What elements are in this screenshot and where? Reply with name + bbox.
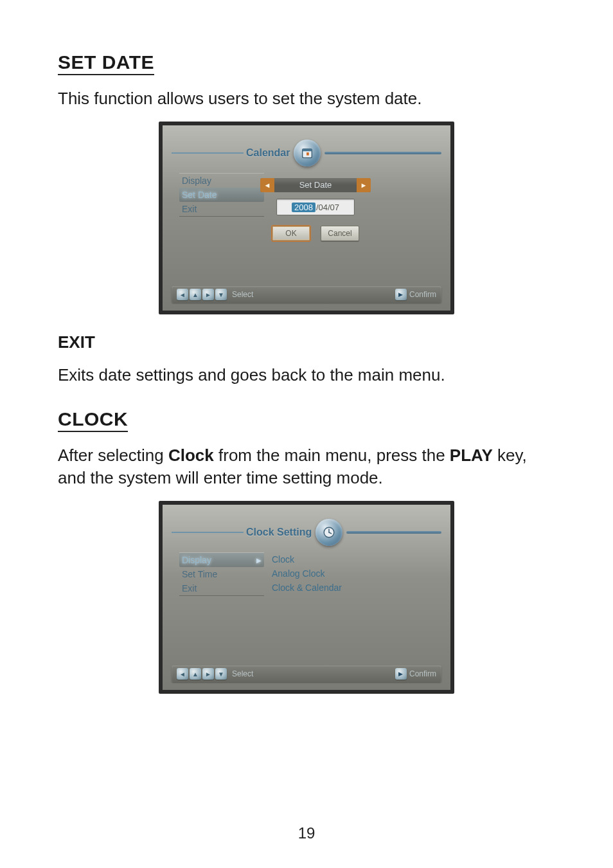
left-key-icon: ◄ <box>177 668 188 680</box>
calendar-header-title: Calendar <box>246 147 290 159</box>
clock-menu-item-exit[interactable]: Exit <box>179 581 264 595</box>
clock-icon <box>315 519 342 546</box>
clock-menu-item-exit-label: Exit <box>182 583 197 593</box>
cancel-button[interactable]: Cancel <box>321 226 359 241</box>
clock-footer-confirm-label: Confirm <box>409 669 436 678</box>
clock-menu-item-set-time-label: Set Time <box>182 569 217 579</box>
clock-footer: ◄ ▲ ► ▼ Select ▶ Confirm <box>172 665 441 682</box>
clock-menu: Display ▶ Set Time Exit <box>179 552 264 596</box>
screenshot-calendar: Calendar Display Set Date <box>159 122 454 314</box>
clock-menu-item-set-time[interactable]: Set Time <box>179 567 264 581</box>
menu-item-set-date-label: Set Date <box>182 190 217 200</box>
menu-item-exit[interactable]: Exit <box>179 202 264 216</box>
calendar-menu: Display Set Date Exit <box>179 173 264 217</box>
screenshot-clock: Clock Setting Display ▶ Set Time <box>159 501 454 694</box>
calendar-header: Calendar <box>163 140 450 167</box>
up-key-icon: ▲ <box>190 668 201 680</box>
heading-exit: EXIT <box>58 332 555 352</box>
clock-body-bold2: PLAY <box>450 446 493 465</box>
header-line-right <box>324 152 441 154</box>
right-key-icon: ► <box>202 289 214 300</box>
clock-body-mid: from the main menu, press the <box>214 446 450 465</box>
submenu-item-clock-calendar[interactable]: Clock & Calendar <box>271 581 367 595</box>
clock-header-line-right <box>346 531 441 534</box>
set-date-dialog-title-bar: ◄ Set Date ► <box>260 178 371 192</box>
calendar-icon-svg <box>300 146 314 160</box>
submenu-item-clock[interactable]: Clock <box>271 552 367 566</box>
menu-item-display-label: Display <box>182 176 211 186</box>
set-date-body: This function allows users to set the sy… <box>58 87 555 110</box>
play-key-icon: ▶ <box>395 668 407 680</box>
clock-body-bold1: Clock <box>168 446 214 465</box>
clock-header-line-left <box>172 532 244 533</box>
clock-body: After selecting Clock from the main menu… <box>58 444 555 489</box>
chevron-right-icon: ▶ <box>256 557 262 564</box>
play-key-icon: ▶ <box>395 289 407 300</box>
submenu-item-analog-clock[interactable]: Analog Clock <box>271 566 367 581</box>
clock-menu-item-display-label: Display <box>182 555 211 565</box>
set-date-dialog-title: Set Date <box>299 180 332 190</box>
footer-select-label: Select <box>232 290 253 299</box>
dialog-next-arrow-icon[interactable]: ► <box>357 178 371 192</box>
date-input-rest: /04/07 <box>316 203 339 212</box>
date-input-year: 2008 <box>292 203 315 212</box>
header-line-left <box>172 152 244 154</box>
dialog-button-row: OK Cancel <box>260 226 371 241</box>
clock-footer-select-label: Select <box>232 669 253 678</box>
calendar-footer: ◄ ▲ ► ▼ Select ▶ Confirm <box>172 286 441 303</box>
clock-icon-svg <box>322 525 336 539</box>
screenshot-calendar-inner: Calendar Display Set Date <box>163 125 450 311</box>
exit-body: Exits date settings and goes back to the… <box>58 364 555 386</box>
heading-set-date: SET DATE <box>58 51 555 73</box>
dialog-prev-arrow-icon[interactable]: ◄ <box>260 178 274 192</box>
clock-header: Clock Setting <box>163 519 450 546</box>
footer-confirm-label: Confirm <box>409 290 436 299</box>
clock-submenu: Clock Analog Clock Clock & Calendar <box>271 552 367 595</box>
svg-rect-1 <box>303 149 312 152</box>
menu-item-exit-label: Exit <box>182 204 197 214</box>
left-key-icon: ◄ <box>177 289 188 300</box>
set-date-dialog: ◄ Set Date ► 2008/04/07 OK Cancel <box>260 178 371 241</box>
heading-clock: CLOCK <box>58 408 555 430</box>
svg-rect-2 <box>307 152 310 156</box>
clock-menu-item-display[interactable]: Display ▶ <box>179 553 264 567</box>
calendar-icon <box>294 140 321 167</box>
ok-button[interactable]: OK <box>272 226 310 241</box>
up-key-icon: ▲ <box>190 289 201 300</box>
right-key-icon: ► <box>202 668 214 680</box>
down-key-icon: ▼ <box>215 668 227 680</box>
heading-clock-text: CLOCK <box>58 408 128 432</box>
page: SET DATE This function allows users to s… <box>0 0 613 868</box>
clock-body-pre: After selecting <box>58 446 168 465</box>
date-input[interactable]: 2008/04/07 <box>276 199 355 215</box>
menu-item-set-date[interactable]: Set Date <box>179 188 264 202</box>
screenshot-clock-inner: Clock Setting Display ▶ Set Time <box>163 505 450 690</box>
page-number: 19 <box>0 824 613 842</box>
down-key-icon: ▼ <box>215 289 227 300</box>
heading-set-date-text: SET DATE <box>58 51 154 75</box>
clock-header-title: Clock Setting <box>246 527 312 538</box>
menu-item-display[interactable]: Display <box>179 174 264 188</box>
